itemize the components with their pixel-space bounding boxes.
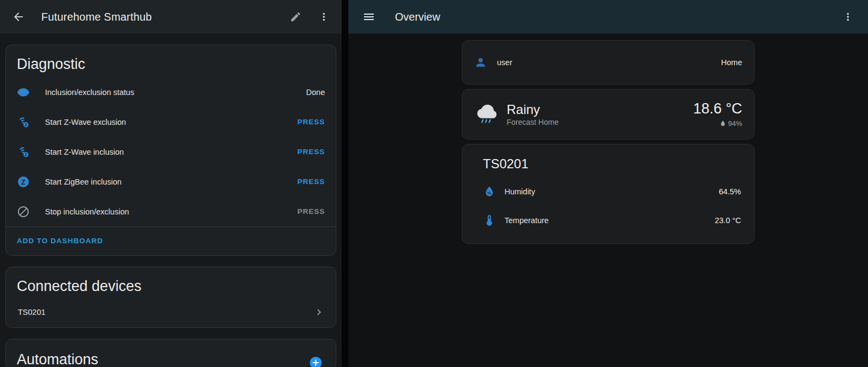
press-button[interactable]: PRESS (297, 118, 325, 126)
chevron-right-icon (313, 306, 325, 318)
block-icon (17, 205, 30, 218)
dashboard-app-bar: Overview (348, 0, 868, 34)
page-title: Futurehome Smarthub (41, 11, 290, 23)
back-arrow-icon[interactable] (12, 10, 25, 23)
eye-icon (17, 86, 30, 99)
panel-divider (342, 0, 348, 367)
weather-condition: Rainy (507, 102, 559, 117)
press-button[interactable]: PRESS (297, 148, 325, 156)
person-icon (474, 56, 487, 69)
diagnostic-card: Diagnostic Inclusion/exclusion status Do… (5, 45, 336, 256)
user-location: Home (721, 58, 742, 67)
press-button[interactable]: PRESS (297, 178, 325, 186)
dashboard-title: Overview (395, 11, 842, 23)
svg-text:2: 2 (25, 122, 27, 127)
weather-humidity: 94% (728, 119, 742, 128)
zigbee-icon: Z (17, 175, 30, 188)
device-name: TS0201 (18, 308, 46, 317)
row-label: Start ZigBee inclusion (45, 178, 122, 186)
left-app-bar: Futurehome Smarthub (0, 0, 342, 34)
overflow-menu-icon[interactable] (318, 11, 330, 23)
weather-humidity-row: 94% (693, 119, 742, 128)
add-automation-button[interactable] (309, 356, 323, 367)
water-drop-icon (719, 120, 726, 127)
svg-text:Z: Z (21, 178, 25, 186)
thermometer-icon (483, 214, 496, 227)
dashboard-overflow-menu-icon[interactable] (842, 11, 854, 23)
card-footer: ADD TO DASHBOARD (6, 227, 336, 255)
device-row-ts0201[interactable]: TS0201 (6, 299, 336, 327)
device-detail-panel: Futurehome Smarthub Diagnostic Inclusion… (0, 0, 342, 367)
row-inclusion-status[interactable]: Inclusion/exclusion status Done (6, 77, 336, 107)
automations-title: Automations (17, 351, 98, 367)
connected-devices-title: Connected devices (6, 267, 336, 299)
user-entity-card[interactable]: user Home (462, 40, 755, 85)
connected-devices-card: Connected devices TS0201 (5, 267, 336, 328)
sensor-card-title: TS0201 (473, 154, 743, 177)
weather-source: Forecast Home (507, 118, 559, 126)
row-zwave-exclusion[interactable]: 2 Start Z-Wave exclusion PRESS (6, 107, 336, 137)
press-button-disabled: PRESS (297, 207, 325, 216)
sensor-value: 23.0 °C (714, 216, 741, 225)
row-label: Stop inclusion/exclusion (45, 207, 129, 216)
weather-temperature: 18.6 °C (693, 101, 742, 117)
row-zwave-inclusion[interactable]: 2 Start Z-Wave inclusion PRESS (6, 137, 336, 167)
dashboard-view: user Home Rainy Forecast Home 18.6 °C (462, 40, 755, 248)
user-name: user (497, 58, 512, 67)
diagnostic-title: Diagnostic (6, 45, 336, 77)
water-percent-icon: % (483, 185, 496, 198)
sensor-row-humidity[interactable]: % Humidity 64.5% (473, 177, 743, 206)
svg-text:2: 2 (25, 152, 27, 157)
svg-text:%: % (487, 191, 491, 195)
row-label: Start Z-Wave exclusion (45, 118, 126, 126)
dashboard-panel: Overview user Home Rain (348, 0, 868, 367)
sensor-label: Temperature (505, 216, 548, 225)
hamburger-menu-icon[interactable] (362, 10, 375, 23)
row-zigbee-inclusion[interactable]: Z Start ZigBee inclusion PRESS (6, 167, 336, 197)
zwave-icon: 2 (17, 145, 30, 159)
row-label: Start Z-Wave inclusion (45, 148, 124, 156)
add-to-dashboard-button[interactable]: ADD TO DASHBOARD (17, 237, 103, 245)
rainy-cloud-icon (474, 102, 499, 127)
edit-pencil-icon[interactable] (290, 11, 302, 23)
row-stop-inclusion[interactable]: Stop inclusion/exclusion PRESS (6, 197, 336, 226)
row-label: Inclusion/exclusion status (45, 88, 134, 97)
weather-card[interactable]: Rainy Forecast Home 18.6 °C 94% (462, 89, 755, 140)
sensor-value: 64.5% (719, 187, 741, 196)
row-value: Done (306, 88, 325, 97)
automations-card: Automations (5, 339, 336, 367)
sensor-label: Humidity (505, 187, 535, 196)
sensor-entities-card: TS0201 % Humidity 64.5% Temperature 23.0… (462, 144, 755, 244)
zwave-icon: 2 (17, 116, 30, 129)
sensor-row-temperature[interactable]: Temperature 23.0 °C (473, 206, 743, 235)
